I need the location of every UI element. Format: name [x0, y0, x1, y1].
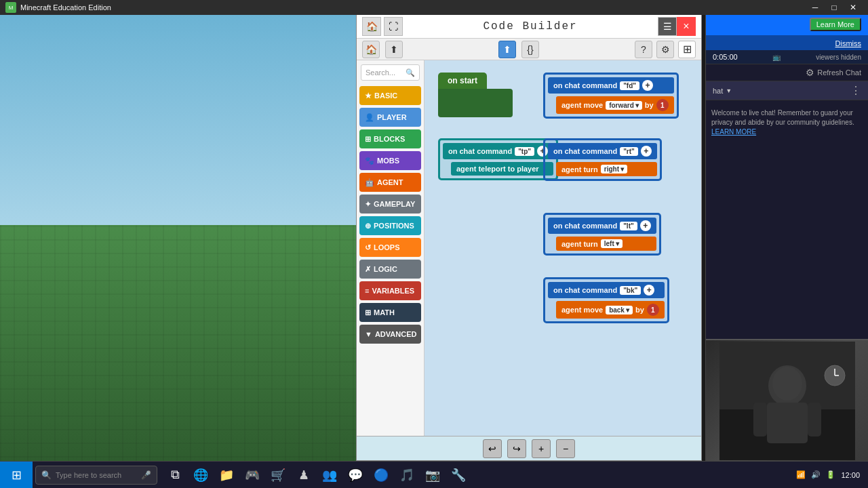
- lt-input[interactable]: "lt": [620, 222, 637, 230]
- block-canvas[interactable]: on start on chat command "fd" + agent mo…: [425, 60, 701, 436]
- maximize-button[interactable]: □: [825, 0, 844, 15]
- zoom-out-btn[interactable]: −: [556, 439, 575, 458]
- forward-dropdown[interactable]: forward▾: [606, 101, 642, 110]
- on-chat-lt-block[interactable]: on chat command "lt" +: [548, 218, 656, 234]
- help-btn[interactable]: ?: [635, 41, 652, 58]
- sidebar-item-math[interactable]: ⊞ MATH: [359, 303, 421, 322]
- minimize-button[interactable]: ─: [806, 0, 825, 15]
- on-chat-bk-block[interactable]: on chat command "bk" +: [548, 282, 665, 298]
- sidebar-item-variables[interactable]: ≡ VARIABLES: [359, 281, 421, 300]
- rt-plus-btn[interactable]: +: [641, 146, 652, 157]
- teams-app[interactable]: 👥: [317, 463, 342, 487]
- sidebar-item-loops[interactable]: ↺ LOOPS: [359, 238, 421, 257]
- taskbar-search-text: Type here to search: [56, 471, 121, 479]
- task-view-btn[interactable]: ⧉: [163, 463, 187, 487]
- grass-texture: [0, 225, 359, 471]
- sidebar-item-advanced[interactable]: ▼ ADVANCED: [359, 325, 421, 344]
- variables-icon: ≡: [365, 287, 369, 295]
- refresh-chat-area: ⚙ Refresh Chat: [706, 64, 868, 81]
- home-toolbar-btn[interactable]: 🏠: [362, 41, 380, 58]
- basic-icon: ★: [365, 92, 372, 100]
- extra-app3[interactable]: 🔧: [446, 463, 471, 487]
- svg-rect-4: [753, 403, 767, 436]
- rt-input[interactable]: "rt": [620, 147, 638, 156]
- chat-timer: 0:05:00: [713, 53, 738, 61]
- undo-btn[interactable]: ↩: [483, 439, 502, 458]
- sidebar-item-positions[interactable]: ⊕ POSITIONS: [359, 216, 421, 235]
- logic-icon: ✗: [365, 265, 371, 274]
- taskbar: ⊞ 🔍 Type here to search 🎤 ⧉ 🌐 📁 🎮 🛒 ♟ 👥 …: [0, 461, 868, 488]
- chat-messages[interactable]: Welcome to live chat! Remember to guard …: [706, 100, 868, 339]
- agent-turn-left-block[interactable]: agent turn left▾: [556, 237, 656, 251]
- agent-move-back-block[interactable]: agent move back▾ by 1: [556, 301, 665, 319]
- bk-input[interactable]: "bk": [620, 286, 641, 295]
- on-chat-tp-block[interactable]: on chat command "tp" +: [443, 143, 553, 159]
- home-icon[interactable]: 🏠: [362, 17, 381, 36]
- back-dropdown[interactable]: back▾: [606, 306, 633, 314]
- sidebar-item-mobs[interactable]: 🐾 MOBS: [359, 151, 421, 170]
- code-builder-window: 🏠 ⛶ Code Builder ☰ × 🏠 ⬆ ⬆ {} ? ⚙ ⊞ Sear…: [356, 14, 702, 461]
- sidebar-item-agent[interactable]: 🤖 AGENT: [359, 173, 421, 192]
- explorer-app[interactable]: 📁: [214, 463, 239, 487]
- learn-more-link[interactable]: LEARN MORE: [711, 128, 756, 136]
- chrome-app[interactable]: 🔵: [369, 463, 393, 487]
- agent-teleport-block[interactable]: agent teleport to player: [451, 162, 553, 176]
- code-builder-close[interactable]: ×: [677, 17, 696, 36]
- settings-btn[interactable]: ⚙: [656, 41, 674, 58]
- learn-more-button[interactable]: Learn More: [810, 18, 861, 31]
- svg-point-6: [772, 367, 802, 401]
- on-start-body: [438, 89, 513, 117]
- taskbar-search[interactable]: 🔍 Type here to search 🎤: [35, 466, 157, 485]
- refresh-chat-button[interactable]: Refresh Chat: [817, 68, 861, 77]
- code-builder-title: Code Builder: [403, 20, 658, 33]
- sidebar-item-blocks[interactable]: ⊞ BLOCKS: [359, 129, 421, 148]
- on-chat-fd-block[interactable]: on chat command "fd" +: [548, 77, 674, 94]
- sidebar-item-player[interactable]: 👤 PLAYER: [359, 108, 421, 127]
- fd-input[interactable]: "fd": [620, 81, 639, 90]
- left-dropdown[interactable]: left▾: [601, 239, 623, 248]
- agent-move-forward-block[interactable]: agent move forward▾ by 1: [556, 96, 674, 114]
- discord-app[interactable]: 💬: [343, 463, 368, 487]
- extra-app2[interactable]: 📷: [420, 463, 445, 487]
- dismiss-button[interactable]: Dismiss: [835, 39, 862, 47]
- on-start-block[interactable]: on start: [438, 73, 487, 89]
- player-icon: 👤: [365, 113, 374, 122]
- logic-label: LOGIC: [374, 265, 397, 273]
- zoom-in-btn[interactable]: +: [532, 439, 551, 458]
- sidebar-item-gameplay[interactable]: ✦ GAMEPLAY: [359, 195, 421, 214]
- code-toolbar-btn[interactable]: {}: [521, 41, 539, 58]
- start-button[interactable]: ⊞: [0, 462, 33, 489]
- extra-app1[interactable]: 🎵: [395, 463, 419, 487]
- expand-icon[interactable]: ⛶: [384, 17, 403, 36]
- forward-num[interactable]: 1: [656, 99, 669, 111]
- block-search[interactable]: Search... 🔍: [361, 64, 420, 81]
- back-num[interactable]: 1: [647, 304, 659, 316]
- chat-menu-icon[interactable]: ⋮: [850, 84, 861, 97]
- upload-toolbar-btn[interactable]: ⬆: [498, 41, 516, 58]
- bk-plus-btn[interactable]: +: [644, 285, 654, 296]
- agent-label: AGENT: [377, 178, 403, 186]
- sidebar-item-basic[interactable]: ★ BASIC: [359, 86, 421, 105]
- store-app[interactable]: 🛒: [266, 463, 290, 487]
- ground-background: [0, 225, 359, 471]
- sky-background: [0, 15, 359, 225]
- sidebar-item-logic[interactable]: ✗ LOGIC: [359, 260, 421, 279]
- right-dropdown[interactable]: right▾: [601, 165, 627, 174]
- taskbar-apps: ⧉ 🌐 📁 🎮 🛒 ♟ 👥 💬 🔵 🎵 📷 🔧: [163, 463, 471, 487]
- lt-plus-btn[interactable]: +: [640, 220, 651, 231]
- list-icon[interactable]: ☰: [658, 17, 677, 36]
- minecraft-app[interactable]: 🎮: [240, 463, 264, 487]
- steam-app[interactable]: ♟: [292, 463, 316, 487]
- edge-app[interactable]: 🌐: [189, 463, 213, 487]
- microsoft-btn[interactable]: ⊞: [678, 41, 696, 58]
- fd-plus-btn[interactable]: +: [642, 80, 653, 91]
- on-chat-rt-block[interactable]: on chat command "rt" +: [548, 143, 657, 159]
- positions-label: POSITIONS: [374, 222, 414, 230]
- share-toolbar-btn[interactable]: ⬆: [385, 41, 403, 58]
- svg-rect-3: [767, 403, 808, 443]
- tp-input[interactable]: "tp": [515, 147, 534, 156]
- tp-group: on chat command "tp" + agent teleport to…: [438, 138, 558, 180]
- agent-turn-right-block[interactable]: agent turn right▾: [556, 162, 657, 176]
- redo-btn[interactable]: ↪: [507, 439, 526, 458]
- close-button[interactable]: ✕: [844, 0, 863, 15]
